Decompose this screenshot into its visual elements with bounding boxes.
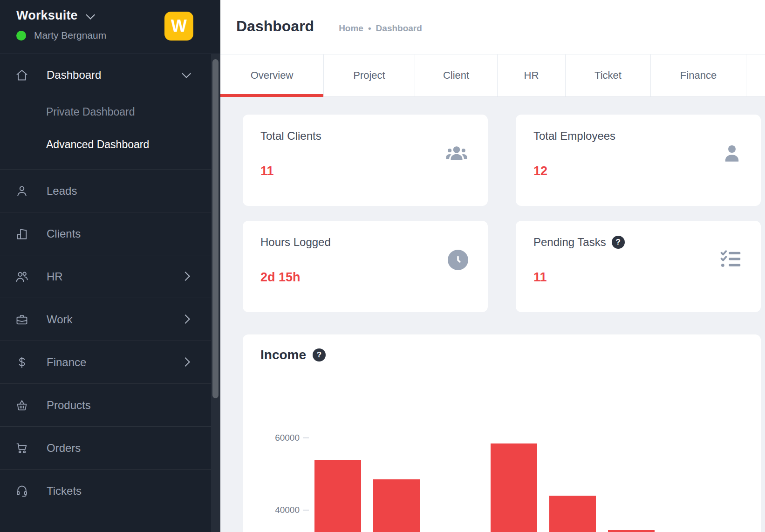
y-axis-tick: 60000 [260,432,309,444]
stat-value: 11 [533,270,547,285]
income-bar [608,530,655,532]
chevron-right-icon [182,273,189,281]
basket-icon [15,398,29,412]
help-icon[interactable]: ? [313,348,326,361]
breadcrumb-separator: • [368,23,371,34]
logo-letter: W [171,16,187,36]
sidebar-item-label: Tickets [47,484,82,498]
sidebar-item-label: Orders [47,442,81,455]
sidebar-item-label: HR [47,270,63,283]
tick-mark [303,510,309,511]
stat-title: Total Clients [260,130,321,143]
stat-title: Total Employees [533,130,615,143]
dollar-icon [15,355,29,369]
y-axis-label: 60000 [275,433,300,443]
tab-hr[interactable]: HR [498,55,566,96]
current-user: Marty Bergnaum [16,30,106,41]
lead-person-icon [15,184,29,198]
tab-label: Ticket [594,69,622,82]
user-icon [723,143,741,166]
sidebar-item-leads[interactable]: Leads [0,169,211,212]
tab-finance[interactable]: Finance [651,55,746,96]
sidebar-item-label: Work [47,313,73,326]
breadcrumb: Home • Dashboard [339,23,422,34]
stat-value: 11 [260,164,274,178]
headset-icon [15,484,29,498]
online-status-icon [16,31,26,41]
overview-content: Total Clients 11 Total Employees 12 Hour… [220,97,765,532]
chevron-right-icon [182,316,189,324]
breadcrumb-home-link[interactable]: Home [339,23,363,34]
workspace-switcher[interactable]: Worksuite [16,8,93,23]
income-chart-card: Income ? 60000 40000 [243,334,761,532]
task-list-icon [720,250,741,270]
tab-label: HR [524,69,539,82]
page-title: Dashboard [236,18,314,35]
income-title: Income [260,348,306,362]
sidebar-item-label: Dashboard [47,68,101,82]
stat-title: Pending Tasks [533,236,606,249]
dashboard-tabs: Overview Project Client HR Ticket Financ… [220,54,765,97]
app-logo[interactable]: W [164,12,193,41]
sidebar-subitem-label: Advanced Dashboard [46,138,149,151]
sidebar-item-label: Finance [47,356,86,369]
chevron-down-icon [182,71,189,80]
help-icon[interactable]: ? [612,236,625,249]
brand-name: Worksuite [16,8,78,23]
sidebar-item-private-dashboard[interactable]: Private Dashboard [0,95,211,128]
income-bar [491,443,537,532]
sidebar-item-finance[interactable]: Finance [0,341,211,383]
y-axis-tick: 40000 [260,504,309,516]
sidebar-item-label: Leads [47,184,77,198]
income-bar [373,479,420,532]
sidebar-item-label: Clients [47,227,81,240]
sidebar-item-advanced-dashboard[interactable]: Advanced Dashboard [0,128,211,161]
user-name: Marty Bergnaum [34,30,106,41]
sidebar: Worksuite Marty Bergnaum W Dashboard Pri… [0,0,220,532]
stat-value: 12 [533,164,547,178]
tab-label: Finance [680,69,717,82]
pending-tasks-card[interactable]: Pending Tasks ? 11 [516,221,761,312]
tab-project[interactable]: Project [324,55,415,96]
sidebar-item-dashboard[interactable]: Dashboard [0,54,211,95]
people-icon [15,270,29,284]
hours-logged-card[interactable]: Hours Logged 2d 15h [243,221,488,312]
building-icon [15,227,29,241]
clock-icon [448,250,468,270]
tab-label: Overview [251,69,294,82]
briefcase-icon [15,313,29,327]
chevron-right-icon [182,359,189,367]
breadcrumb-current: Dashboard [376,23,422,34]
sidebar-item-hr[interactable]: HR [0,255,211,298]
total-clients-card[interactable]: Total Clients 11 [243,115,488,206]
tab-ticket[interactable]: Ticket [566,55,651,96]
tab-overview[interactable]: Overview [220,55,324,96]
tab-partial[interactable] [746,55,765,96]
main-area: Dashboard Home • Dashboard Overview Proj… [220,0,765,532]
tab-client[interactable]: Client [415,55,498,96]
sidebar-menu: Dashboard Private Dashboard Advanced Das… [0,54,211,512]
sidebar-item-clients[interactable]: Clients [0,212,211,255]
cart-icon [15,441,29,455]
y-axis-label: 40000 [275,505,300,515]
sidebar-header: Worksuite Marty Bergnaum W [0,0,220,54]
tab-label: Project [353,69,385,82]
tick-mark [303,437,309,438]
menu-spacer [0,161,211,169]
chevron-down-icon [86,10,95,19]
stat-title: Hours Logged [260,236,331,249]
sidebar-item-label: Products [47,399,91,412]
stat-value: 2d 15h [260,270,301,285]
total-employees-card[interactable]: Total Employees 12 [516,115,761,206]
sidebar-item-products[interactable]: Products [0,383,211,426]
sidebar-item-orders[interactable]: Orders [0,426,211,469]
page-header: Dashboard Home • Dashboard [220,0,765,54]
sidebar-scrollbar-thumb[interactable] [212,59,219,398]
sidebar-subitem-label: Private Dashboard [46,106,135,118]
sidebar-item-work[interactable]: Work [0,298,211,341]
users-group-icon [445,143,468,166]
sidebar-scrollbar-track[interactable] [211,54,220,532]
home-icon [15,68,29,82]
income-bar [549,496,596,532]
sidebar-item-tickets[interactable]: Tickets [0,469,211,512]
